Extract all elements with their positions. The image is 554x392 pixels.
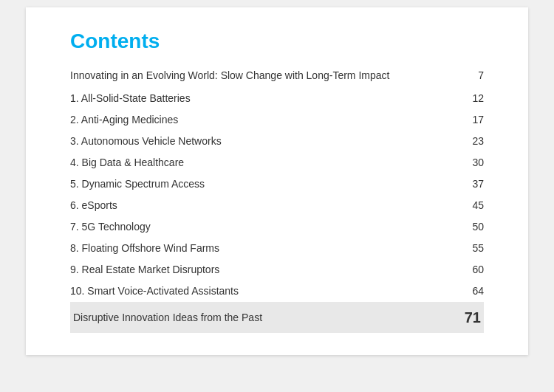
toc-item-label: 9. Real Estate Market Disruptors (70, 259, 454, 281)
toc-item-label: Innovating in an Evolving World: Slow Ch… (70, 65, 454, 88)
toc-row: Innovating in an Evolving World: Slow Ch… (70, 65, 484, 88)
page-container: Contents Innovating in an Evolving World… (26, 7, 528, 355)
toc-item-label: 5. Dynamic Spectrum Access (70, 173, 454, 195)
toc-row: 8. Floating Offshore Wind Farms55 (70, 238, 484, 259)
toc-item-label: 4. Big Data & Healthcare (70, 152, 454, 173)
toc-item-label: 7. 5G Technology (70, 216, 454, 238)
toc-item-page: 55 (454, 238, 484, 259)
toc-item-label: 1. All-Solid-State Batteries (70, 88, 454, 109)
toc-row: 2. Anti-Aging Medicines17 (70, 109, 484, 131)
toc-item-page: 50 (454, 216, 484, 238)
toc-item-page: 23 (454, 131, 484, 152)
toc-item-page: 37 (454, 173, 484, 195)
toc-item-label: 3. Autonomous Vehicle Networks (70, 131, 454, 152)
toc-item-page: 64 (454, 281, 484, 302)
toc-item-label: 6. eSports (70, 195, 454, 216)
toc-item-label: 2. Anti-Aging Medicines (70, 109, 454, 131)
contents-title: Contents (70, 30, 484, 53)
toc-item-page: 71 (454, 302, 484, 333)
toc-item-page: 7 (454, 65, 484, 88)
toc-row: 7. 5G Technology50 (70, 216, 484, 238)
toc-table: Innovating in an Evolving World: Slow Ch… (70, 65, 484, 333)
toc-item-label: 8. Floating Offshore Wind Farms (70, 238, 454, 259)
toc-row: 9. Real Estate Market Disruptors60 (70, 259, 484, 281)
toc-item-page: 60 (454, 259, 484, 281)
toc-item-label: Disruptive Innovation Ideas from the Pas… (70, 302, 454, 333)
toc-item-label: 10. Smart Voice-Activated Assistants (70, 281, 454, 302)
toc-item-page: 45 (454, 195, 484, 216)
toc-row: 10. Smart Voice-Activated Assistants64 (70, 281, 484, 302)
toc-row: Disruptive Innovation Ideas from the Pas… (70, 302, 484, 333)
toc-row: 4. Big Data & Healthcare30 (70, 152, 484, 173)
toc-row: 5. Dynamic Spectrum Access37 (70, 173, 484, 195)
toc-row: 6. eSports45 (70, 195, 484, 216)
toc-row: 1. All-Solid-State Batteries12 (70, 88, 484, 109)
toc-item-page: 12 (454, 88, 484, 109)
toc-row: 3. Autonomous Vehicle Networks23 (70, 131, 484, 152)
toc-item-page: 17 (454, 109, 484, 131)
toc-item-page: 30 (454, 152, 484, 173)
